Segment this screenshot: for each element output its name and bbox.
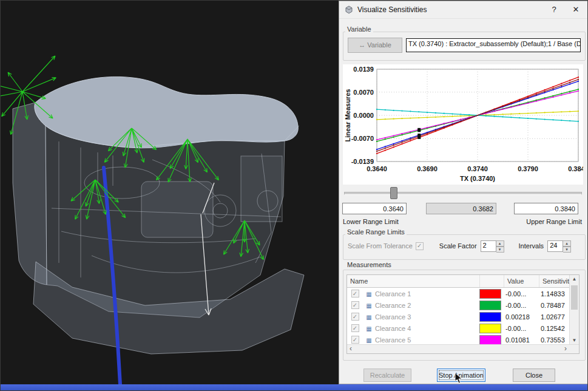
- scroll-down-icon[interactable]: ▼: [570, 336, 579, 345]
- scroll-left-icon[interactable]: ‹: [350, 345, 352, 353]
- color-swatch[interactable]: [479, 301, 501, 310]
- slider-handle[interactable]: [390, 187, 397, 199]
- svg-text:0.3740: 0.3740: [467, 165, 488, 172]
- svg-text:-0.0139: -0.0139: [351, 158, 374, 165]
- measurements-table[interactable]: Name Value Sensitivit ✓▦Clearance 1-0.00…: [346, 274, 580, 354]
- measurement-value: -0.00...: [504, 290, 539, 298]
- measurement-name: Clearance 4: [375, 325, 479, 332]
- spin-down-icon[interactable]: ▾: [496, 246, 504, 253]
- measurement-name: Clearance 2: [375, 302, 479, 309]
- measurement-rows: ✓▦Clearance 1-0.00...1.14833✓▦Clearance …: [347, 288, 571, 345]
- spin-up-icon[interactable]: ▴: [496, 240, 504, 246]
- variable-group-label: Variable: [345, 25, 373, 33]
- app-window: Visualize Sensitivities ? ✕ Variable ↔ V…: [0, 0, 588, 391]
- bottom-strip: [1, 384, 588, 391]
- vertical-scrollbar[interactable]: ▲ ▼: [569, 275, 579, 345]
- svg-text:Linear Measures: Linear Measures: [344, 89, 351, 142]
- measurement-row[interactable]: ✓▦Clearance 1-0.00...1.14833: [347, 288, 571, 299]
- svg-text:0.3690: 0.3690: [417, 165, 438, 172]
- 3d-viewport[interactable]: [1, 1, 339, 384]
- row-checkbox[interactable]: ✓: [351, 313, 359, 321]
- scrollbar-thumb[interactable]: [571, 285, 578, 310]
- svg-text:-0.0070: -0.0070: [351, 135, 374, 142]
- measurement-value: -0.00...: [504, 325, 539, 332]
- scale-row: Scale From Tolerance ✓ Scale Factor 2 ▴ …: [348, 240, 582, 252]
- sensitivity-chart: 0.36400.36900.37400.37900.38400.01390.00…: [343, 64, 583, 183]
- measurement-value: -0.00...: [504, 302, 539, 309]
- svg-text:0.0070: 0.0070: [353, 89, 374, 96]
- scale-factor-stepper[interactable]: 2 ▴ ▾: [481, 240, 504, 252]
- measurement-sensitivity: 0.78487: [539, 302, 571, 309]
- measurement-name: Clearance 5: [375, 336, 479, 344]
- column-header-color[interactable]: [479, 275, 504, 287]
- upper-range-label: Upper Range Limit: [526, 218, 582, 225]
- row-checkbox[interactable]: ✓: [351, 324, 359, 332]
- horizontal-scrollbar[interactable]: ‹ ›: [347, 344, 579, 353]
- slider-track[interactable]: [344, 192, 582, 195]
- visualize-sensitivities-dialog: Visualize Sensitivities ? ✕ Variable ↔ V…: [339, 1, 588, 384]
- close-button[interactable]: Close: [513, 369, 555, 382]
- scroll-right-icon[interactable]: ›: [564, 345, 567, 353]
- color-swatch[interactable]: [479, 324, 501, 333]
- close-icon[interactable]: ✕: [569, 4, 583, 16]
- row-checkbox[interactable]: ✓: [351, 290, 359, 298]
- column-header-value[interactable]: Value: [504, 275, 539, 287]
- color-swatch[interactable]: [479, 289, 501, 299]
- scale-factor-label: Scale Factor: [439, 242, 477, 250]
- row-checkbox[interactable]: ✓: [351, 336, 359, 344]
- svg-text:0.0139: 0.0139: [353, 66, 374, 73]
- dialog-icon: [344, 5, 354, 15]
- measurement-row[interactable]: ✓▦Clearance 30.002181.02677: [347, 311, 571, 322]
- measurements-header[interactable]: Name Value Sensitivit: [347, 275, 571, 288]
- measurement-sensitivity: 0.73553: [539, 336, 571, 344]
- column-header-name[interactable]: Name: [347, 275, 479, 287]
- svg-text:0.3640: 0.3640: [367, 165, 387, 172]
- scale-group-label: Scale Range Limits: [345, 228, 407, 236]
- mouse-cursor: [455, 372, 463, 384]
- variable-field[interactable]: TX (0.3740) : Extractor_subassembly (Def…: [406, 38, 581, 52]
- viewport-canvas[interactable]: [1, 1, 339, 384]
- measurement-sensitivity: 1.14833: [539, 290, 571, 298]
- range-slider[interactable]: [343, 187, 583, 198]
- measurement-icon: ▦: [366, 314, 371, 321]
- measurement-icon: ▦: [366, 325, 371, 332]
- dialog-titlebar[interactable]: Visualize Sensitivities ? ✕: [339, 1, 588, 19]
- measurement-sensitivity: 1.02677: [539, 313, 571, 321]
- lower-range-input[interactable]: [342, 203, 407, 214]
- cad-model: [13, 76, 304, 354]
- measurement-sensitivity: 0.12542: [539, 325, 571, 332]
- lower-range-label: Lower Range Limit: [343, 218, 399, 225]
- svg-text:0.0000: 0.0000: [353, 112, 374, 119]
- measurement-value: 0.00218: [504, 313, 539, 321]
- measurement-icon: ▦: [366, 337, 371, 344]
- svg-text:0.3790: 0.3790: [518, 165, 538, 172]
- row-checkbox[interactable]: ✓: [351, 301, 359, 309]
- dialog-title: Visualize Sensitivities: [357, 5, 427, 14]
- variable-button[interactable]: ↔ Variable: [348, 38, 402, 53]
- measurements-group-label: Measurements: [345, 261, 393, 268]
- intervals-stepper[interactable]: 24 ▴ ▾: [547, 240, 571, 252]
- spin-up-icon[interactable]: ▴: [563, 240, 571, 246]
- scale-from-tolerance-checkbox[interactable]: ✓: [416, 242, 424, 250]
- current-value-box: [426, 203, 496, 214]
- measurement-icon: ▦: [366, 291, 371, 298]
- spin-down-icon[interactable]: ▾: [563, 246, 571, 253]
- intervals-value[interactable]: 24: [547, 240, 563, 252]
- scale-factor-value[interactable]: 2: [481, 240, 496, 252]
- measurement-row[interactable]: ✓▦Clearance 4-0.00...0.12542: [347, 322, 571, 334]
- upper-range-input[interactable]: [514, 203, 578, 214]
- variable-button-label: Variable: [367, 41, 391, 49]
- color-swatch[interactable]: [479, 335, 501, 345]
- chart-box: 0.36400.36900.37400.37900.38400.01390.00…: [343, 64, 583, 185]
- column-header-sensitivity[interactable]: Sensitivit: [539, 275, 571, 287]
- intervals-label: Intervals: [519, 242, 544, 250]
- recalculate-button: Recalculate: [363, 369, 411, 382]
- scroll-up-icon[interactable]: ▲: [570, 275, 579, 284]
- measurement-row[interactable]: ✓▦Clearance 2-0.00...0.78487: [347, 299, 571, 311]
- svg-text:TX (0.3740): TX (0.3740): [460, 175, 495, 182]
- svg-text:0.3840: 0.3840: [568, 165, 583, 172]
- color-swatch[interactable]: [479, 312, 501, 322]
- measurement-icon: ▦: [366, 302, 371, 309]
- help-button[interactable]: ?: [547, 4, 561, 16]
- variable-icon: ↔: [359, 41, 365, 49]
